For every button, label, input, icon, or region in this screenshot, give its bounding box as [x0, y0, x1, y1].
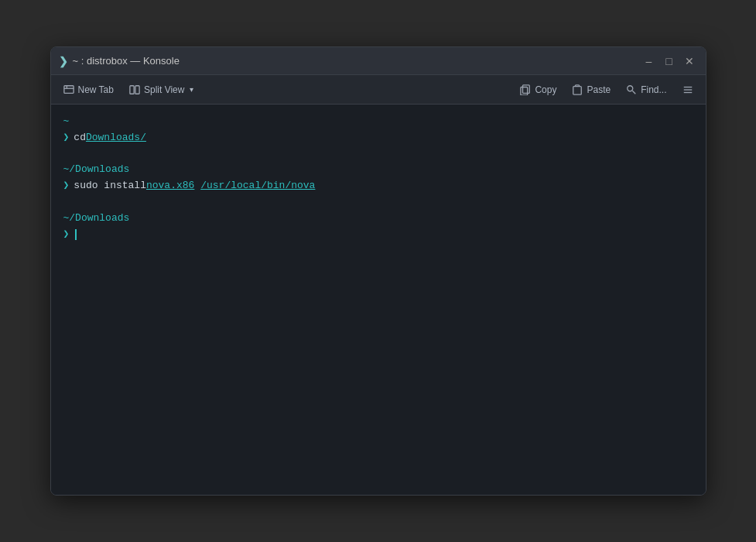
copy-label: Copy [535, 84, 556, 95]
window-controls: – □ ✕ [641, 53, 698, 70]
paste-button[interactable]: Paste [566, 81, 617, 98]
terminal-icon: ❯ [59, 55, 68, 67]
blank-line-1 [63, 146, 693, 163]
terminal-line-6: ❯ [63, 227, 693, 243]
tilde-1: ~ [63, 114, 70, 130]
terminal-line-3: ~/Downloads [63, 162, 693, 178]
split-view-arrow-icon[interactable]: ▾ [188, 82, 195, 97]
dir-label-2: ~/Downloads [63, 211, 130, 227]
terminal-line-1: ~ [63, 114, 693, 130]
cmd-space [194, 178, 200, 194]
terminal-line-4: ❯ sudo install nova.x86 /usr/local/bin/n… [63, 178, 693, 194]
prompt-chevron-1: ❯ [63, 130, 70, 146]
svg-rect-5 [523, 84, 530, 93]
cmd-sudo-install: sudo install [74, 178, 146, 194]
dir-label-1: ~/Downloads [63, 162, 130, 178]
split-view-icon [129, 84, 140, 95]
titlebar: ❯ ~ : distrobox — Konsole – □ ✕ [51, 47, 706, 75]
svg-rect-0 [63, 85, 73, 93]
cmd-nova-x86: nova.x86 [146, 178, 194, 194]
copy-button[interactable]: Copy [514, 81, 563, 98]
svg-point-8 [628, 85, 633, 91]
find-icon [626, 84, 637, 95]
titlebar-left: ❯ ~ : distrobox — Konsole [59, 55, 180, 67]
paste-label: Paste [587, 84, 611, 95]
terminal-cursor [75, 229, 77, 240]
svg-rect-3 [130, 85, 134, 94]
split-view-label: Split View [144, 84, 184, 95]
svg-line-9 [632, 91, 635, 94]
close-button[interactable]: ✕ [681, 53, 698, 70]
find-label: Find... [641, 84, 666, 95]
svg-rect-4 [135, 85, 139, 94]
cmd-cd: cd [74, 130, 86, 146]
cmd-downloads-path: Downloads/ [86, 130, 146, 146]
terminal-area[interactable]: ~ ❯ cd Downloads/ ~/Downloads ❯ sudo ins… [51, 105, 706, 495]
svg-rect-7 [573, 86, 582, 94]
hamburger-icon [682, 84, 693, 95]
copy-icon [520, 84, 531, 95]
window-title: ~ : distrobox — Konsole [73, 55, 180, 67]
blank-line-2 [63, 194, 693, 211]
find-button[interactable]: Find... [620, 81, 672, 98]
paste-icon [572, 84, 583, 95]
minimize-button[interactable]: – [641, 53, 658, 70]
new-tab-button[interactable]: New Tab [57, 81, 120, 98]
svg-rect-6 [521, 87, 528, 95]
maximize-button[interactable]: □ [661, 53, 678, 70]
konsole-window: ❯ ~ : distrobox — Konsole – □ ✕ New Tab … [50, 46, 706, 496]
prompt-chevron-3: ❯ [63, 227, 70, 243]
hamburger-button[interactable] [676, 81, 700, 98]
toolbar: New Tab Split View ▾ Copy Paste [51, 75, 706, 105]
terminal-line-5: ~/Downloads [63, 211, 693, 227]
new-tab-label: New Tab [78, 84, 114, 95]
new-tab-icon [63, 84, 74, 95]
prompt-chevron-2: ❯ [63, 178, 70, 194]
terminal-line-2: ❯ cd Downloads/ [63, 130, 693, 146]
split-view-button[interactable]: Split View ▾ [123, 79, 201, 100]
cmd-nova-path: /usr/local/bin/nova [200, 178, 315, 194]
